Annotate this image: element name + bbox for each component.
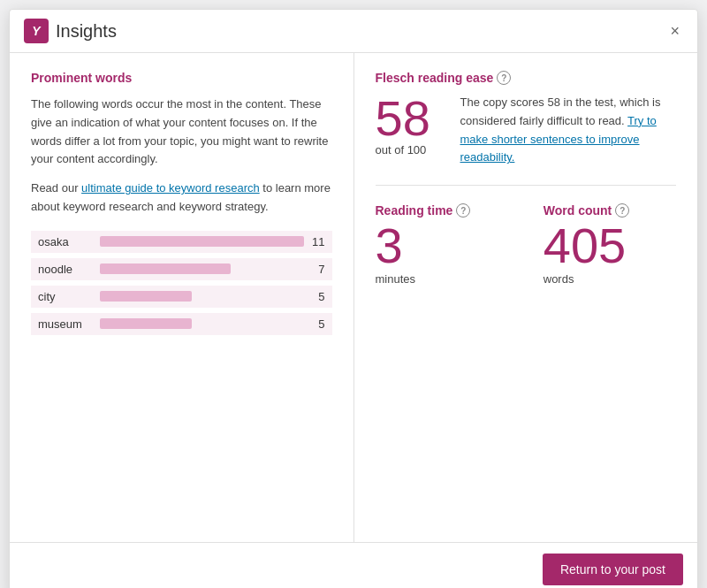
header-left: Y Insights xyxy=(24,19,117,43)
prominent-words-description-1: The following words occur the most in th… xyxy=(31,95,332,169)
word-label: museum xyxy=(38,317,100,331)
word-label: city xyxy=(38,290,100,303)
word-bar-container xyxy=(100,318,304,329)
word-count-block: Word count ? 405 words xyxy=(544,203,676,286)
flesch-out-of: out of 100 xyxy=(376,143,446,157)
word-bar-container xyxy=(100,236,304,247)
word-bar xyxy=(100,263,231,274)
word-count: 5 xyxy=(311,290,325,303)
flesch-section: Flesch reading ease ? 58 out of 100 The … xyxy=(376,71,677,186)
word-bar-container xyxy=(100,291,304,302)
page-title: Insights xyxy=(56,21,117,42)
word-bar xyxy=(100,318,192,329)
flesch-header: Flesch reading ease ? xyxy=(376,71,677,85)
reading-time-header: Reading time ? xyxy=(376,203,508,218)
word-count-label: Word count xyxy=(544,203,612,218)
list-item: noodle7 xyxy=(31,258,332,280)
word-bar-container xyxy=(100,263,304,274)
word-bar xyxy=(100,236,304,247)
prominent-words-title: Prominent words xyxy=(31,71,332,85)
prominent-words-description-2: Read our ultimate guide to keyword resea… xyxy=(31,179,332,217)
description-text-prefix: Read our xyxy=(31,181,81,195)
flesch-score-block: 58 out of 100 xyxy=(376,94,446,157)
flesch-help-icon[interactable]: ? xyxy=(497,71,511,85)
flesch-content: 58 out of 100 The copy scores 58 in the … xyxy=(376,94,677,167)
word-label: osaka xyxy=(38,235,100,248)
reading-time-block: Reading time ? 3 minutes xyxy=(376,203,508,286)
word-bar xyxy=(100,291,192,302)
flesch-title: Flesch reading ease xyxy=(376,71,494,85)
reading-time-help-icon[interactable]: ? xyxy=(456,203,470,218)
modal-body: Prominent words The following words occu… xyxy=(10,53,697,542)
reading-time-unit: minutes xyxy=(376,272,508,286)
word-count-header: Word count ? xyxy=(544,203,676,218)
word-count-unit: words xyxy=(544,272,676,286)
list-item: city5 xyxy=(31,286,332,308)
list-item: osaka11 xyxy=(31,231,332,253)
list-item: museum5 xyxy=(31,313,332,335)
stats-row: Reading time ? 3 minutes Word count ? 40… xyxy=(376,203,677,286)
flesch-description: The copy scores 58 in the test, which is… xyxy=(460,94,677,167)
insights-modal: Y Insights × Prominent words The followi… xyxy=(9,9,698,588)
word-bars: osaka11noodle7city5museum5 xyxy=(31,231,332,335)
word-label: noodle xyxy=(38,263,100,276)
word-count: 7 xyxy=(311,263,325,276)
keyword-research-link[interactable]: ultimate guide to keyword research xyxy=(81,181,260,195)
left-panel: Prominent words The following words occu… xyxy=(10,53,354,542)
close-button[interactable]: × xyxy=(666,19,683,42)
yoast-logo: Y xyxy=(24,19,49,43)
word-count: 5 xyxy=(311,317,325,331)
return-button[interactable]: Return to your post xyxy=(543,554,683,585)
modal-header: Y Insights × xyxy=(10,10,697,53)
reading-time-label: Reading time xyxy=(376,203,453,218)
word-count-value: 405 xyxy=(544,221,676,271)
reading-time-value: 3 xyxy=(376,221,508,271)
word-count-help-icon[interactable]: ? xyxy=(615,203,629,218)
word-count: 11 xyxy=(311,235,325,248)
right-panel: Flesch reading ease ? 58 out of 100 The … xyxy=(354,53,698,542)
flesch-score: 58 xyxy=(376,94,446,143)
modal-footer: Return to your post xyxy=(10,542,697,588)
